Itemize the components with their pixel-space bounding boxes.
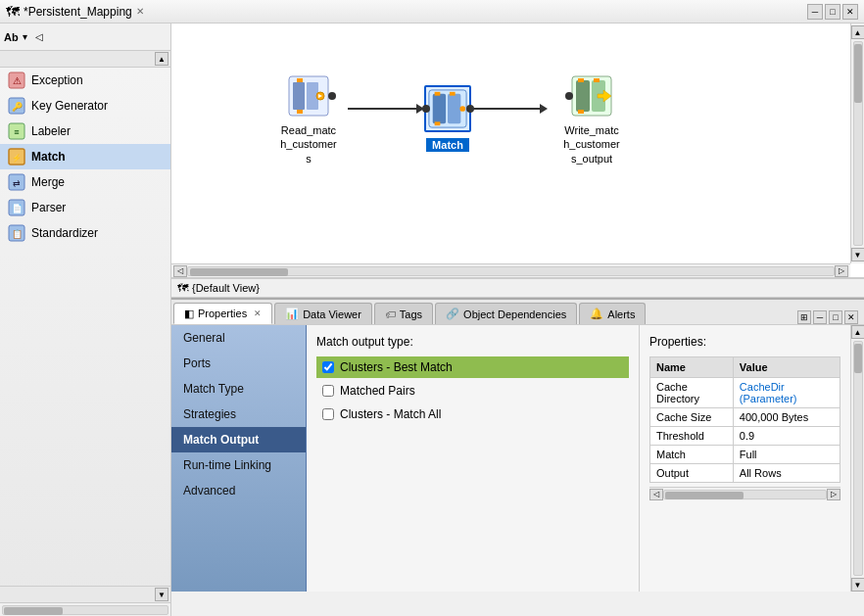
svg-rect-32: [594, 78, 600, 82]
matched-pairs-checkbox[interactable]: [322, 385, 334, 397]
tab-tags[interactable]: 🏷 Tags: [374, 303, 433, 324]
table-row: Output All Rows: [650, 464, 840, 483]
props-vscroll[interactable]: ▲ ▼: [850, 325, 864, 592]
nav-general[interactable]: General: [171, 325, 306, 351]
key-generator-label: Key Generator: [31, 99, 108, 113]
svg-text:≡: ≡: [14, 127, 19, 137]
row-name-output: Output: [650, 464, 734, 483]
props-nav: General Ports Match Type Strategies Matc…: [171, 325, 307, 592]
palette-scroll-down[interactable]: ▼: [155, 588, 168, 601]
arrow-1: [348, 104, 424, 114]
close-tab-icon[interactable]: ✕: [136, 6, 144, 17]
hscroll-right-btn[interactable]: ▷: [835, 265, 848, 277]
tab-alerts[interactable]: 🔔 Alerts: [579, 303, 646, 324]
canvas-area: ▲ ▼: [171, 24, 864, 278]
clusters-all-label: Clusters - Match All: [340, 407, 441, 421]
palette-nav-icon[interactable]: ◁: [35, 31, 43, 42]
tab-menu-button[interactable]: ⊞: [797, 310, 811, 324]
tab-data-viewer[interactable]: 📊 Data Viewer: [274, 303, 372, 324]
svg-rect-31: [578, 78, 584, 82]
maximize-button[interactable]: □: [825, 4, 840, 20]
table-hscroll-left[interactable]: ◁: [649, 489, 663, 500]
props-table: Name Value Cache Directory CacheDir (Par…: [649, 356, 840, 483]
tab-bar: ◧ Properties ✕ 📊 Data Viewer 🏷 Tags 🔗 Ob…: [171, 300, 864, 325]
canvas-vscroll[interactable]: ▲ ▼: [850, 24, 864, 263]
read-node-label: Read_match_customers: [269, 123, 348, 166]
palette-item-match[interactable]: ⚡ Match: [0, 144, 170, 169]
tab-minimize-button[interactable]: ─: [813, 310, 827, 324]
palette-scroll-up[interactable]: ▲: [155, 52, 168, 66]
match-output-section: Match output type: Clusters - Best Match…: [307, 325, 640, 592]
title-bar: 🗺 *Persistent_Mapping ✕ ─ □ ✕: [0, 0, 864, 24]
table-row: Cache Directory CacheDir (Parameter): [650, 378, 840, 408]
tab-maximize-button[interactable]: □: [829, 310, 842, 324]
nav-ports-label: Ports: [183, 356, 211, 370]
clusters-best-checkbox[interactable]: [322, 361, 334, 373]
vscroll-down-btn[interactable]: ▼: [851, 248, 865, 261]
props-vscroll-up[interactable]: ▲: [851, 325, 865, 339]
nav-strategies[interactable]: Strategies: [171, 402, 306, 427]
minimize-button[interactable]: ─: [807, 4, 823, 20]
palette-dropdown-icon[interactable]: ▾: [23, 31, 27, 42]
row-name-cache-dir: Cache Directory: [650, 378, 734, 408]
properties-tab-close[interactable]: ✕: [254, 308, 262, 318]
row-value-cache-dir[interactable]: CacheDir (Parameter): [733, 378, 840, 408]
palette-item-exception[interactable]: ⚠ Exception: [0, 68, 170, 93]
clusters-all-checkbox[interactable]: [322, 408, 334, 420]
app-icon: 🗺: [6, 4, 20, 20]
canvas-hscroll[interactable]: ◁ ▷: [171, 263, 850, 277]
palette-item-labeler[interactable]: ≡ Labeler: [0, 118, 170, 144]
nav-strategies-label: Strategies: [183, 407, 236, 421]
palette-item-standardizer[interactable]: 📋 Standardizer: [0, 220, 170, 246]
object-dep-tab-label: Object Dependencies: [463, 308, 566, 320]
nav-match-type[interactable]: Match Type: [171, 376, 306, 402]
col-name-header: Name: [650, 357, 734, 378]
write-node[interactable]: Write_match_customers_output: [548, 72, 636, 166]
tab-close-button[interactable]: ✕: [844, 310, 858, 324]
match-output-title: Match output type:: [316, 335, 629, 349]
palette-item-merge[interactable]: ⇄ Merge: [0, 169, 170, 195]
svg-rect-17: [297, 78, 303, 82]
exception-label: Exception: [31, 73, 83, 87]
row-value-match: Full: [733, 446, 840, 464]
table-row: Cache Size 400,000 Bytes: [650, 408, 840, 427]
object-dep-tab-icon: 🔗: [446, 308, 459, 320]
props-content: Match output type: Clusters - Best Match…: [307, 325, 864, 592]
match-node[interactable]: Match: [424, 85, 471, 152]
read-node[interactable]: Read_match_customers: [269, 72, 348, 166]
row-value-threshold: 0.9: [733, 427, 840, 446]
palette-item-parser[interactable]: 📄 Parser: [0, 195, 170, 220]
svg-rect-33: [578, 110, 584, 114]
table-hscroll-right[interactable]: ▷: [827, 489, 840, 500]
option-clusters-best[interactable]: Clusters - Best Match: [316, 356, 629, 378]
row-name-cache-size: Cache Size: [650, 408, 734, 427]
merge-icon: ⇄: [8, 173, 25, 191]
write-node-icon: [570, 74, 613, 118]
props-table-title: Properties:: [649, 335, 840, 349]
clusters-best-label: Clusters - Best Match: [340, 360, 453, 374]
palette-item-key-generator[interactable]: 🔑 Key Generator: [0, 93, 170, 118]
nav-run-time-linking[interactable]: Run-time Linking: [171, 452, 306, 478]
hscroll-left-btn[interactable]: ◁: [173, 265, 187, 277]
svg-point-27: [459, 107, 465, 113]
vscroll-up-btn[interactable]: ▲: [851, 25, 865, 39]
palette-hscroll[interactable]: [0, 602, 170, 616]
tab-object-dependencies[interactable]: 🔗 Object Dependencies: [435, 303, 577, 324]
option-matched-pairs[interactable]: Matched Pairs: [316, 380, 629, 402]
table-row: Match Full: [650, 446, 840, 464]
svg-text:🔑: 🔑: [12, 101, 24, 113]
table-row: Threshold 0.9: [650, 427, 840, 446]
nav-match-output[interactable]: Match Output: [171, 427, 306, 452]
svg-text:⇄: ⇄: [13, 178, 21, 188]
match-node-icon: [427, 87, 468, 130]
view-label: 🗺 {Default View}: [171, 278, 864, 298]
tab-properties[interactable]: ◧ Properties ✕: [173, 303, 272, 324]
props-table-hscroll[interactable]: ◁ ▷: [649, 487, 840, 500]
option-clusters-all[interactable]: Clusters - Match All: [316, 403, 629, 425]
svg-rect-24: [435, 92, 441, 96]
props-vscroll-down[interactable]: ▼: [851, 578, 865, 592]
match-label: Match: [31, 150, 66, 164]
close-button[interactable]: ✕: [842, 4, 858, 20]
nav-ports[interactable]: Ports: [171, 351, 306, 376]
nav-advanced[interactable]: Advanced: [171, 478, 306, 503]
